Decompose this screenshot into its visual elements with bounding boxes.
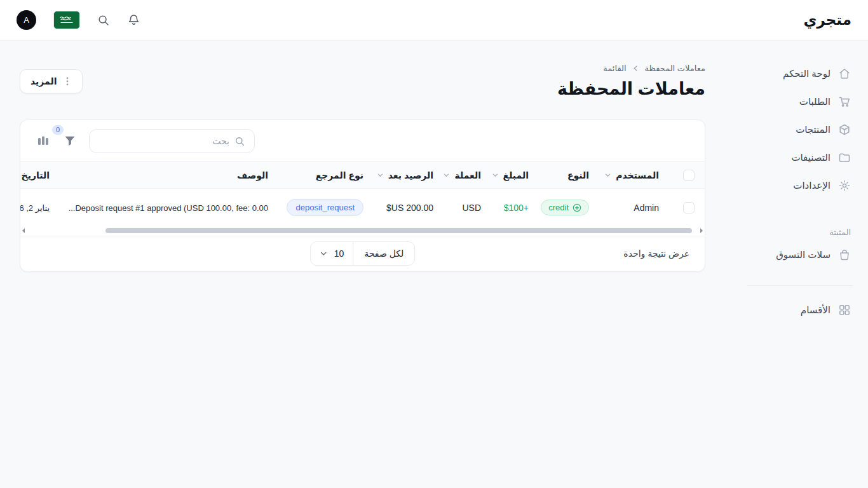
cell-user: Admin	[599, 189, 669, 227]
sidebar-item-sections[interactable]: الأقسام	[747, 296, 868, 324]
credit-badge: credit	[541, 200, 589, 215]
sort-chevron-icon	[443, 172, 450, 179]
brand-logo[interactable]: متجري	[803, 11, 851, 29]
sidebar-item-label: لوحة التحكم	[783, 68, 831, 79]
sort-chevron-icon	[492, 172, 499, 179]
horizontal-scrollbar	[20, 227, 705, 236]
avatar[interactable]: A	[17, 10, 36, 30]
scrollbar-thumb[interactable]	[105, 228, 693, 233]
column-header-amount[interactable]: المبلغ	[491, 162, 539, 189]
per-page-select[interactable]: 10	[311, 242, 354, 265]
saudi-flag-icon	[54, 11, 79, 29]
sidebar-divider	[747, 285, 853, 286]
table-footer: عرض نتيجة واحدة لكل صفحة 10	[20, 236, 705, 271]
per-page-value: 10	[334, 248, 344, 259]
scroll-right-arrow[interactable]	[700, 228, 703, 233]
sidebar-item-dashboard[interactable]: لوحة التحكم	[747, 60, 868, 88]
column-header-user[interactable]: المستخدم	[599, 162, 669, 189]
filter-button[interactable]: 0	[63, 134, 77, 148]
table-scroll-area: المستخدم النوع المبلغ العملة	[20, 161, 705, 236]
cell-description: ...Deposit request #1 approved (USD 100.…	[60, 189, 278, 227]
search-topbar-button[interactable]	[97, 14, 110, 27]
kebab-icon	[63, 76, 72, 86]
sidebar-item-products[interactable]: المنتجات	[747, 116, 868, 144]
breadcrumb: معاملات المحفظة القائمة	[557, 64, 705, 73]
chevron-left-icon	[632, 65, 639, 72]
column-header-description: الوصف	[60, 162, 278, 189]
avatar-initial: A	[24, 15, 29, 25]
cart-icon	[838, 95, 851, 108]
shopping-bag-icon	[838, 248, 851, 261]
sidebar-item-categories[interactable]: التصنيفات	[747, 144, 868, 172]
topbar-actions: A	[17, 10, 140, 30]
sidebar-item-label: الأقسام	[801, 304, 831, 316]
more-button-label: المزيد	[31, 76, 57, 86]
cell-date: يناير 2, 6	[20, 189, 60, 227]
sidebar-item-settings[interactable]: الإعدادات	[747, 172, 868, 200]
column-header-balance-after[interactable]: الرصيد بعد	[374, 162, 444, 189]
cell-currency: USD	[444, 189, 491, 227]
search-input[interactable]	[98, 136, 229, 146]
sidebar-item-label: سلات التسوق	[776, 249, 831, 261]
bell-icon	[127, 13, 140, 27]
per-page-control: لكل صفحة 10	[310, 241, 416, 266]
cell-type: credit	[539, 189, 599, 227]
sidebar: لوحة التحكم الطلبات المنتجات	[747, 41, 868, 488]
sort-chevron-icon	[604, 172, 611, 179]
breadcrumb-parent[interactable]: معاملات المحفظة	[645, 64, 705, 73]
sidebar-item-orders[interactable]: الطلبات	[747, 88, 868, 116]
sidebar-item-label: الطلبات	[799, 96, 831, 107]
sidebar-item-label: التصنيفات	[791, 152, 831, 163]
columns-icon	[37, 135, 50, 147]
home-icon	[838, 67, 851, 80]
more-button[interactable]: المزيد	[20, 69, 83, 93]
grid-icon	[838, 304, 851, 316]
sidebar-item-shopping-carts[interactable]: سلات التسوق	[747, 241, 868, 269]
search-icon	[234, 136, 245, 147]
search-box	[89, 129, 255, 153]
table-header-row: المستخدم النوع المبلغ العملة	[20, 162, 705, 189]
plus-circle-icon	[573, 203, 581, 212]
notifications-button[interactable]	[127, 13, 140, 27]
select-all-checkbox[interactable]	[683, 170, 695, 181]
per-page-label: لكل صفحة	[353, 248, 414, 259]
page-title: معاملات المحفظة	[557, 79, 705, 99]
transactions-table: المستخدم النوع المبلغ العملة	[20, 161, 705, 227]
chevron-down-icon	[320, 250, 327, 257]
gear-icon	[838, 179, 851, 192]
breadcrumb-current: القائمة	[603, 64, 626, 73]
column-header-type: النوع	[539, 162, 599, 189]
topbar: متجري A	[0, 0, 868, 41]
cell-reference-type: deposit_request	[278, 189, 374, 227]
transactions-card: 0	[20, 119, 705, 272]
column-header-date[interactable]: التاريخ	[20, 162, 60, 189]
table-toolbar: 0	[20, 120, 705, 161]
cell-balance-after: $US 200.00	[374, 189, 444, 227]
filter-count-badge: 0	[52, 125, 64, 135]
main-content: معاملات المحفظة القائمة معاملات المحفظة …	[0, 41, 747, 488]
deposit-request-badge: deposit_request	[287, 199, 363, 216]
search-icon	[97, 14, 110, 27]
sidebar-item-label: المنتجات	[796, 124, 831, 135]
column-header-reference-type: نوع المرجع	[278, 162, 374, 189]
sort-chevron-icon	[377, 172, 384, 179]
scroll-left-arrow[interactable]	[22, 228, 25, 233]
columns-button[interactable]	[36, 134, 51, 148]
cell-amount: $100+	[491, 189, 539, 227]
table-row[interactable]: Admin credit $100+ USD	[20, 189, 705, 227]
column-header-currency[interactable]: العملة	[444, 162, 491, 189]
folder-icon	[838, 151, 851, 164]
box-icon	[838, 123, 851, 136]
language-flag-button[interactable]	[53, 11, 80, 29]
results-count-text: عرض نتيجة واحدة	[623, 248, 689, 259]
sidebar-section-pinned: المثبتة	[747, 200, 868, 241]
sidebar-item-label: الإعدادات	[793, 180, 831, 191]
filter-icon	[64, 135, 76, 147]
row-checkbox[interactable]	[683, 202, 695, 214]
scrollbar-track[interactable]	[27, 228, 698, 233]
